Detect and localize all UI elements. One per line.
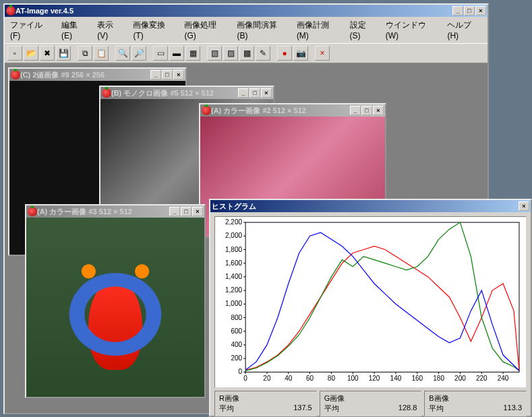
tb-zoom-in-button[interactable]: 🔍 [115, 46, 130, 61]
tb-close-button[interactable]: × [315, 46, 330, 61]
copy-icon: ⧉ [82, 49, 88, 58]
main-close-button[interactable]: × [475, 6, 486, 15]
svg-text:140: 140 [390, 375, 402, 382]
tb-tool1-button[interactable]: ▧ [207, 46, 222, 61]
svg-text:0: 0 [243, 375, 247, 382]
tb-new-button[interactable]: ▫ [7, 46, 22, 61]
child-b-close-button[interactable]: × [261, 88, 272, 98]
child-a2-title: (A) カラー画像 #2 512 × 512 [211, 106, 350, 116]
child-a3-maximize-button[interactable]: □ [181, 207, 191, 216]
child-c-titlebar[interactable]: (C) 2値画像 #9 256 × 256 _ □ × [9, 69, 185, 81]
stat-b-mean: 113.3 [503, 404, 522, 414]
child-b-titlebar[interactable]: (B) モノクロ画像 #5 512 × 512 _ □ × [100, 87, 273, 99]
berry-icon [28, 207, 37, 216]
child-a2-minimize-button[interactable]: _ [350, 106, 361, 115]
app-icon [6, 6, 16, 15]
zoom-out-icon: 🔎 [134, 49, 144, 58]
menu-edit[interactable]: 編集(E) [59, 18, 90, 42]
svg-text:200: 200 [454, 375, 466, 382]
histogram-window[interactable]: ヒストグラム × 02004006008001,0001,2001,4001,6… [209, 199, 532, 417]
toolbar: ▫ 📂 ✖ 💾 ⧉ 📋 🔍 🔎 ▭ ▬ ▦ ▧ ▨ ▩ ✎ ● 📷 × [5, 43, 487, 63]
child-a3-image [26, 218, 204, 397]
tb-cam-button[interactable]: 📷 [293, 46, 308, 61]
tb-save-button[interactable]: 💾 [56, 46, 71, 61]
tb-grid-button[interactable]: ▦ [185, 46, 200, 61]
berry-icon [11, 70, 20, 79]
main-minimize-button[interactable]: _ [452, 6, 463, 15]
menu-window[interactable]: ウインドウ(W) [383, 18, 441, 42]
menu-bar: ファイル(F) 編集(E) 表示(V) 画像変換(T) 画像処理(G) 画像間演… [5, 17, 487, 43]
close-small-icon: × [320, 49, 324, 58]
svg-text:2,000: 2,000 [225, 232, 242, 239]
stat-group-b: B画像 平均 113.3 [424, 391, 527, 416]
tb-zoom-out-button[interactable]: 🔎 [131, 46, 146, 61]
pencil-icon: ✎ [260, 49, 266, 58]
svg-text:20: 20 [263, 375, 271, 382]
tb-pencil-button[interactable]: ✎ [256, 46, 270, 61]
menu-transform[interactable]: 画像変換(T) [130, 18, 177, 42]
grid-icon: ▦ [189, 49, 197, 58]
main-title: AT-Image ver.4.5 [16, 7, 452, 15]
svg-text:1,200: 1,200 [225, 286, 242, 294]
svg-text:600: 600 [231, 327, 242, 335]
menu-view[interactable]: 表示(V) [94, 18, 126, 42]
svg-text:1,800: 1,800 [225, 245, 242, 253]
svg-text:1,600: 1,600 [225, 259, 242, 267]
stat-r-mean: 137.5 [293, 404, 312, 414]
svg-text:220: 220 [476, 375, 487, 382]
svg-text:1,000: 1,000 [225, 300, 242, 307]
child-a2-maximize-button[interactable]: □ [361, 106, 372, 115]
hist-titlebar[interactable]: ヒストグラム × [210, 200, 531, 212]
svg-text:800: 800 [231, 313, 242, 321]
tb-record-button[interactable]: ● [277, 46, 292, 61]
child-a3-close-button[interactable]: × [192, 207, 203, 216]
tb-paste-button[interactable]: 📋 [94, 46, 109, 61]
hist-body: 02004006008001,0001,2001,4001,6001,8002,… [210, 212, 531, 416]
svg-text:400: 400 [231, 341, 242, 348]
tb-open-button[interactable]: 📂 [24, 46, 38, 61]
menu-measure[interactable]: 画像計測(M) [294, 18, 343, 42]
svg-text:80: 80 [328, 375, 336, 382]
zoom-in-icon: 🔍 [118, 49, 128, 58]
child-a3-titlebar[interactable]: (A) カラー画像 #3 512 × 512 _ □ × [26, 205, 204, 218]
child-c-minimize-button[interactable]: _ [150, 70, 161, 79]
berry-icon [102, 88, 111, 98]
tb-tool2-button[interactable]: ▨ [223, 46, 238, 61]
rect-icon: ▭ [157, 49, 165, 58]
svg-text:120: 120 [369, 375, 380, 382]
record-icon: ● [282, 49, 287, 58]
delete-icon: ✖ [44, 49, 51, 58]
child-a2-titlebar[interactable]: (A) カラー画像 #2 512 × 512 _ □ × [200, 104, 385, 117]
camera-icon: 📷 [296, 49, 306, 58]
tb-copy-button[interactable]: ⧉ [78, 46, 92, 61]
save-icon: 💾 [59, 49, 69, 58]
stat-group-g: G画像 平均 128.8 [320, 391, 422, 416]
svg-text:160: 160 [411, 375, 423, 382]
menu-settings[interactable]: 設定(S) [347, 18, 379, 42]
menu-file[interactable]: ファイル(F) [7, 18, 55, 42]
svg-text:240: 240 [498, 375, 509, 382]
hist-close-button[interactable]: × [519, 201, 529, 211]
child-c-maximize-button[interactable]: □ [162, 70, 173, 79]
menu-process[interactable]: 画像処理(G) [181, 18, 230, 42]
child-b-maximize-button[interactable]: □ [249, 88, 260, 98]
main-titlebar[interactable]: AT-Image ver.4.5 _ □ × [5, 5, 487, 17]
tb-tool3-button[interactable]: ▩ [239, 46, 254, 61]
svg-text:40: 40 [285, 375, 293, 382]
child-c-close-button[interactable]: × [173, 70, 184, 79]
svg-text:200: 200 [231, 354, 242, 362]
menu-help[interactable]: ヘルプ(H) [444, 18, 485, 42]
main-maximize-button[interactable]: □ [464, 6, 475, 15]
child-b-minimize-button[interactable]: _ [238, 88, 249, 98]
tb-rect-fill-button[interactable]: ▬ [169, 46, 184, 61]
tb-rect-button[interactable]: ▭ [153, 46, 168, 61]
svg-text:0: 0 [239, 368, 243, 375]
stat-group-r: R画像 平均 137.5 [214, 391, 317, 416]
child-a3-minimize-button[interactable]: _ [169, 207, 180, 216]
child-a2-close-button[interactable]: × [373, 106, 384, 115]
tb-delete-button[interactable]: ✖ [40, 46, 55, 61]
child-window-a3[interactable]: (A) カラー画像 #3 512 × 512 _ □ × [25, 204, 206, 398]
paste-icon: 📋 [96, 49, 107, 58]
menu-operation[interactable]: 画像間演算(B) [234, 18, 289, 42]
image3-icon: ▩ [243, 49, 251, 58]
